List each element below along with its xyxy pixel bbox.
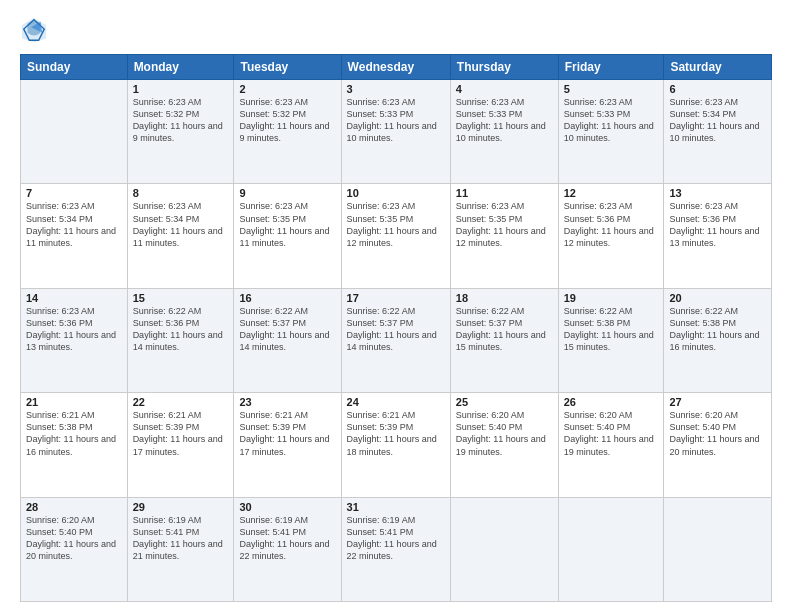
week-row-0: 1Sunrise: 6:23 AMSunset: 5:32 PMDaylight…	[21, 80, 772, 184]
day-number: 24	[347, 396, 445, 408]
day-cell	[21, 80, 128, 184]
day-number: 16	[239, 292, 335, 304]
day-number: 2	[239, 83, 335, 95]
day-number: 21	[26, 396, 122, 408]
day-cell: 12Sunrise: 6:23 AMSunset: 5:36 PMDayligh…	[558, 184, 664, 288]
day-number: 18	[456, 292, 553, 304]
day-number: 12	[564, 187, 659, 199]
day-info: Sunrise: 6:23 AMSunset: 5:33 PMDaylight:…	[564, 96, 659, 145]
day-number: 31	[347, 501, 445, 513]
day-info: Sunrise: 6:20 AMSunset: 5:40 PMDaylight:…	[669, 409, 766, 458]
day-info: Sunrise: 6:22 AMSunset: 5:36 PMDaylight:…	[133, 305, 229, 354]
day-cell: 11Sunrise: 6:23 AMSunset: 5:35 PMDayligh…	[450, 184, 558, 288]
day-cell: 10Sunrise: 6:23 AMSunset: 5:35 PMDayligh…	[341, 184, 450, 288]
day-info: Sunrise: 6:23 AMSunset: 5:35 PMDaylight:…	[239, 200, 335, 249]
week-row-3: 21Sunrise: 6:21 AMSunset: 5:38 PMDayligh…	[21, 393, 772, 497]
day-number: 4	[456, 83, 553, 95]
day-number: 1	[133, 83, 229, 95]
day-info: Sunrise: 6:19 AMSunset: 5:41 PMDaylight:…	[347, 514, 445, 563]
day-cell: 17Sunrise: 6:22 AMSunset: 5:37 PMDayligh…	[341, 288, 450, 392]
day-info: Sunrise: 6:23 AMSunset: 5:34 PMDaylight:…	[669, 96, 766, 145]
day-cell: 5Sunrise: 6:23 AMSunset: 5:33 PMDaylight…	[558, 80, 664, 184]
day-info: Sunrise: 6:22 AMSunset: 5:38 PMDaylight:…	[564, 305, 659, 354]
day-number: 23	[239, 396, 335, 408]
day-cell: 18Sunrise: 6:22 AMSunset: 5:37 PMDayligh…	[450, 288, 558, 392]
day-info: Sunrise: 6:22 AMSunset: 5:37 PMDaylight:…	[239, 305, 335, 354]
day-header-monday: Monday	[127, 55, 234, 80]
header	[20, 16, 772, 44]
day-cell: 25Sunrise: 6:20 AMSunset: 5:40 PMDayligh…	[450, 393, 558, 497]
day-number: 5	[564, 83, 659, 95]
day-info: Sunrise: 6:19 AMSunset: 5:41 PMDaylight:…	[239, 514, 335, 563]
day-cell: 14Sunrise: 6:23 AMSunset: 5:36 PMDayligh…	[21, 288, 128, 392]
day-header-saturday: Saturday	[664, 55, 772, 80]
logo-icon	[20, 16, 48, 44]
day-cell	[664, 497, 772, 601]
day-cell	[450, 497, 558, 601]
day-cell: 13Sunrise: 6:23 AMSunset: 5:36 PMDayligh…	[664, 184, 772, 288]
day-header-tuesday: Tuesday	[234, 55, 341, 80]
day-cell: 23Sunrise: 6:21 AMSunset: 5:39 PMDayligh…	[234, 393, 341, 497]
calendar-table: SundayMondayTuesdayWednesdayThursdayFrid…	[20, 54, 772, 602]
day-header-sunday: Sunday	[21, 55, 128, 80]
day-number: 3	[347, 83, 445, 95]
day-info: Sunrise: 6:23 AMSunset: 5:33 PMDaylight:…	[347, 96, 445, 145]
day-number: 8	[133, 187, 229, 199]
day-cell: 26Sunrise: 6:20 AMSunset: 5:40 PMDayligh…	[558, 393, 664, 497]
day-number: 26	[564, 396, 659, 408]
day-cell	[558, 497, 664, 601]
day-info: Sunrise: 6:23 AMSunset: 5:35 PMDaylight:…	[456, 200, 553, 249]
day-info: Sunrise: 6:23 AMSunset: 5:35 PMDaylight:…	[347, 200, 445, 249]
day-header-friday: Friday	[558, 55, 664, 80]
header-row: SundayMondayTuesdayWednesdayThursdayFrid…	[21, 55, 772, 80]
day-number: 19	[564, 292, 659, 304]
day-info: Sunrise: 6:23 AMSunset: 5:36 PMDaylight:…	[26, 305, 122, 354]
day-cell: 16Sunrise: 6:22 AMSunset: 5:37 PMDayligh…	[234, 288, 341, 392]
day-cell: 3Sunrise: 6:23 AMSunset: 5:33 PMDaylight…	[341, 80, 450, 184]
day-cell: 28Sunrise: 6:20 AMSunset: 5:40 PMDayligh…	[21, 497, 128, 601]
day-cell: 19Sunrise: 6:22 AMSunset: 5:38 PMDayligh…	[558, 288, 664, 392]
day-cell: 21Sunrise: 6:21 AMSunset: 5:38 PMDayligh…	[21, 393, 128, 497]
day-number: 17	[347, 292, 445, 304]
logo	[20, 16, 50, 44]
day-header-wednesday: Wednesday	[341, 55, 450, 80]
day-info: Sunrise: 6:22 AMSunset: 5:37 PMDaylight:…	[456, 305, 553, 354]
day-number: 7	[26, 187, 122, 199]
day-info: Sunrise: 6:23 AMSunset: 5:34 PMDaylight:…	[26, 200, 122, 249]
day-info: Sunrise: 6:23 AMSunset: 5:36 PMDaylight:…	[564, 200, 659, 249]
page: SundayMondayTuesdayWednesdayThursdayFrid…	[0, 0, 792, 612]
day-number: 27	[669, 396, 766, 408]
day-info: Sunrise: 6:23 AMSunset: 5:33 PMDaylight:…	[456, 96, 553, 145]
day-cell: 30Sunrise: 6:19 AMSunset: 5:41 PMDayligh…	[234, 497, 341, 601]
day-cell: 29Sunrise: 6:19 AMSunset: 5:41 PMDayligh…	[127, 497, 234, 601]
day-cell: 24Sunrise: 6:21 AMSunset: 5:39 PMDayligh…	[341, 393, 450, 497]
day-number: 22	[133, 396, 229, 408]
day-number: 29	[133, 501, 229, 513]
day-info: Sunrise: 6:19 AMSunset: 5:41 PMDaylight:…	[133, 514, 229, 563]
day-info: Sunrise: 6:23 AMSunset: 5:36 PMDaylight:…	[669, 200, 766, 249]
day-cell: 6Sunrise: 6:23 AMSunset: 5:34 PMDaylight…	[664, 80, 772, 184]
day-info: Sunrise: 6:23 AMSunset: 5:32 PMDaylight:…	[239, 96, 335, 145]
day-number: 30	[239, 501, 335, 513]
day-number: 10	[347, 187, 445, 199]
day-number: 13	[669, 187, 766, 199]
day-info: Sunrise: 6:21 AMSunset: 5:39 PMDaylight:…	[347, 409, 445, 458]
day-cell: 9Sunrise: 6:23 AMSunset: 5:35 PMDaylight…	[234, 184, 341, 288]
day-cell: 7Sunrise: 6:23 AMSunset: 5:34 PMDaylight…	[21, 184, 128, 288]
day-number: 14	[26, 292, 122, 304]
week-row-2: 14Sunrise: 6:23 AMSunset: 5:36 PMDayligh…	[21, 288, 772, 392]
day-cell: 31Sunrise: 6:19 AMSunset: 5:41 PMDayligh…	[341, 497, 450, 601]
day-info: Sunrise: 6:23 AMSunset: 5:34 PMDaylight:…	[133, 200, 229, 249]
day-number: 28	[26, 501, 122, 513]
day-info: Sunrise: 6:20 AMSunset: 5:40 PMDaylight:…	[564, 409, 659, 458]
day-cell: 1Sunrise: 6:23 AMSunset: 5:32 PMDaylight…	[127, 80, 234, 184]
day-info: Sunrise: 6:21 AMSunset: 5:38 PMDaylight:…	[26, 409, 122, 458]
day-number: 9	[239, 187, 335, 199]
week-row-1: 7Sunrise: 6:23 AMSunset: 5:34 PMDaylight…	[21, 184, 772, 288]
day-info: Sunrise: 6:22 AMSunset: 5:38 PMDaylight:…	[669, 305, 766, 354]
day-info: Sunrise: 6:20 AMSunset: 5:40 PMDaylight:…	[26, 514, 122, 563]
day-number: 15	[133, 292, 229, 304]
day-number: 25	[456, 396, 553, 408]
day-info: Sunrise: 6:20 AMSunset: 5:40 PMDaylight:…	[456, 409, 553, 458]
day-cell: 4Sunrise: 6:23 AMSunset: 5:33 PMDaylight…	[450, 80, 558, 184]
